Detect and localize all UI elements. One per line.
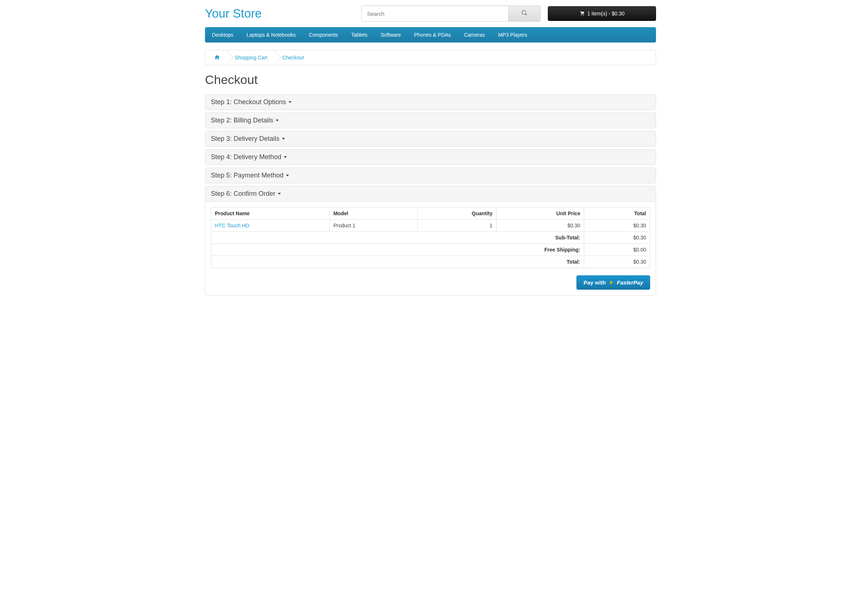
caret-down-icon [286, 174, 289, 176]
svg-point-1 [583, 15, 584, 16]
caret-down-icon [289, 101, 292, 103]
cart-label: 1 item(s) - $0.30 [587, 11, 624, 17]
caret-down-icon [284, 156, 287, 158]
caret-down-icon [276, 119, 279, 121]
col-total: Total [584, 207, 650, 220]
col-model: Model [330, 207, 417, 220]
page-title: Checkout [205, 72, 656, 87]
pay-button[interactable]: Pay with FasterPay [577, 275, 650, 290]
nav-laptops[interactable]: Laptops & Notebooks [240, 27, 302, 42]
col-quantity: Quantity [417, 207, 496, 220]
nav-software[interactable]: Software [374, 27, 407, 42]
breadcrumb: Shopping Cart Checkout [205, 50, 656, 65]
step-4-label: Step 4: Delivery Method [211, 153, 281, 161]
step-5-label: Step 5: Payment Method [211, 171, 283, 179]
cart-button[interactable]: 1 item(s) - $0.30 [548, 6, 656, 21]
nav-cameras[interactable]: Cameras [458, 27, 492, 42]
svg-point-0 [581, 15, 581, 16]
cell-total: $0.30 [584, 220, 650, 232]
nav-mp3[interactable]: MP3 Players [491, 27, 534, 42]
step-2-label: Step 2: Billing Details [211, 116, 273, 124]
table-row: HTC Touch HD Product 1 1 $0.30 $0.30 [211, 220, 650, 232]
store-logo[interactable]: Your Store [205, 6, 354, 20]
order-table: Product Name Model Quantity Unit Price T… [211, 207, 650, 268]
search-input[interactable] [361, 5, 508, 22]
breadcrumb-cart[interactable]: Shopping Cart [227, 50, 275, 65]
step-3-label: Step 3: Delivery Details [211, 135, 280, 143]
breadcrumb-checkout[interactable]: Checkout [275, 50, 311, 65]
step-1-header[interactable]: Step 1: Checkout Options [205, 94, 656, 110]
summary-value: $0.00 [584, 244, 650, 256]
caret-down-icon [278, 193, 281, 195]
nav-phones[interactable]: Phones & PDAs [407, 27, 457, 42]
search-button[interactable] [508, 5, 540, 22]
cell-model: Product 1 [330, 220, 417, 232]
summary-label: Free Shipping: [211, 244, 584, 256]
search-icon [522, 11, 527, 17]
cart-icon [579, 10, 585, 17]
step-6-label: Step 6: Confirm Order [211, 190, 275, 198]
col-product-name: Product Name [211, 207, 330, 220]
summary-label: Sub-Total: [211, 232, 584, 244]
pay-prefix: Pay with [583, 280, 606, 286]
caret-down-icon [282, 138, 285, 140]
cell-quantity: 1 [417, 220, 496, 232]
nav-tablets[interactable]: Tablets [345, 27, 374, 42]
main-nav: Desktops Laptops & Notebooks Components … [205, 27, 656, 42]
step-3-header[interactable]: Step 3: Delivery Details [205, 131, 656, 146]
cell-unit-price: $0.30 [496, 220, 584, 232]
nav-desktops[interactable]: Desktops [205, 27, 240, 42]
home-icon [214, 54, 220, 61]
step-1-label: Step 1: Checkout Options [211, 98, 286, 106]
summary-value: $0.30 [584, 256, 650, 268]
step-2-header[interactable]: Step 2: Billing Details [205, 113, 656, 128]
step-4-header[interactable]: Step 4: Delivery Method [205, 149, 656, 165]
step-6-header[interactable]: Step 6: Confirm Order [205, 186, 656, 201]
summary-label: Total: [211, 256, 584, 268]
breadcrumb-home[interactable] [205, 50, 227, 65]
col-unit-price: Unit Price [496, 207, 584, 220]
bolt-icon [608, 280, 614, 286]
pay-brand: FasterPay [617, 280, 643, 286]
nav-components[interactable]: Components [302, 27, 344, 42]
step-5-header[interactable]: Step 5: Payment Method [205, 168, 656, 183]
summary-value: $0.30 [584, 232, 650, 244]
product-link[interactable]: HTC Touch HD [215, 223, 249, 228]
